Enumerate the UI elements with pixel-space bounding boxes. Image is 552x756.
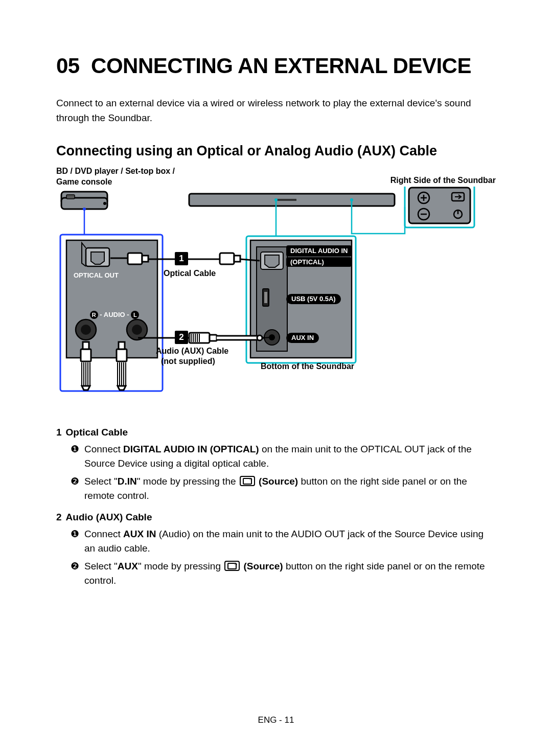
svg-rect-1 xyxy=(61,198,107,209)
svg-rect-36 xyxy=(220,253,234,264)
inst-1-step-1-text: Connect DIGITAL AUDIO IN (OPTICAL) on th… xyxy=(84,442,496,470)
chapter-title-text: CONNECTING AN EXTERNAL DEVICE xyxy=(91,54,471,78)
chapter-title: 05 CONNECTING AN EXTERNAL DEVICE xyxy=(56,54,496,78)
svg-rect-37 xyxy=(234,256,240,262)
inst-1-step-2: ❷ Select "D.IN" mode by pressing the (So… xyxy=(56,474,496,502)
svg-rect-5 xyxy=(276,199,296,201)
inst-1-step-1: ❶ Connect DIGITAL AUDIO IN (OPTICAL) on … xyxy=(56,442,496,470)
inst-2-num: 2 xyxy=(56,512,62,523)
label-aux-cable-2: (not supplied) xyxy=(161,356,215,367)
t: Select " xyxy=(84,476,118,487)
t-bold: AUX xyxy=(118,561,138,571)
bullet-2: ❷ xyxy=(71,474,79,502)
inst-1-step-2-text: Select "D.IN" mode by pressing the (Sour… xyxy=(84,474,496,502)
bullet-1: ❶ xyxy=(71,442,79,470)
inst-1-num: 1 xyxy=(56,427,62,438)
svg-point-20 xyxy=(81,325,91,335)
svg-rect-29 xyxy=(264,292,267,303)
connection-diagram: BD / DVD player / Set-top box / Game con… xyxy=(56,166,496,406)
svg-point-3 xyxy=(103,202,106,205)
chapter-intro: Connect to an external device via a wire… xyxy=(56,96,496,125)
svg-point-22 xyxy=(132,325,142,335)
label-audio-l: L xyxy=(131,311,139,319)
chapter-number: 05 xyxy=(56,54,80,78)
svg-point-24 xyxy=(83,208,86,211)
source-icon xyxy=(224,561,240,571)
diagram-svg xyxy=(56,187,496,406)
t: Connect xyxy=(84,529,123,539)
svg-rect-46 xyxy=(119,342,125,349)
inst-2-step-2-text: Select "AUX" mode by pressing (Source) b… xyxy=(84,559,496,587)
label-digital-in-2: (OPTICAL) xyxy=(286,257,352,267)
label-right-side: Right Side of the Soundbar xyxy=(390,175,496,186)
inst-1-title: Optical Cable xyxy=(66,427,128,438)
t-bold: AUX IN xyxy=(123,529,156,539)
t: Select " xyxy=(84,561,118,571)
label-usb: USB (5V 0.5A) xyxy=(286,294,341,304)
inst-2-step-2: ❷ Select "AUX" mode by pressing (Source)… xyxy=(56,559,496,587)
t-bold: (Source) xyxy=(241,561,283,571)
label-optical-out: OPTICAL OUT xyxy=(74,271,119,279)
t-bold: DIGITAL AUDIO IN (OPTICAL) xyxy=(123,444,259,454)
bullet-2: ❷ xyxy=(71,559,79,587)
svg-point-59 xyxy=(257,335,262,340)
label-aux-in: AUX IN xyxy=(286,333,319,343)
t: Connect xyxy=(84,444,123,454)
label-aux-cable-1: Audio (AUX) Cable xyxy=(156,346,228,357)
svg-point-16 xyxy=(350,198,353,201)
source-icon xyxy=(240,476,255,486)
svg-rect-45 xyxy=(117,349,127,361)
t-bold: D.IN xyxy=(118,476,137,487)
svg-rect-38 xyxy=(81,349,91,361)
t: " mode by pressing xyxy=(138,561,223,571)
svg-point-33 xyxy=(274,198,278,201)
t-bold: (Source) xyxy=(256,476,298,487)
callout-2: 2 xyxy=(175,331,188,344)
svg-rect-34 xyxy=(128,253,142,264)
inst-2-heading: 2 Audio (AUX) Cable xyxy=(56,512,496,523)
page-footer: ENG - 11 xyxy=(0,715,552,725)
instructions: 1 Optical Cable ❶ Connect DIGITAL AUDIO … xyxy=(56,427,496,587)
label-audio-r: R xyxy=(90,311,98,319)
inst-2-step-1: ❶ Connect AUX IN (Audio) on the main uni… xyxy=(56,527,496,555)
callout-1: 1 xyxy=(175,252,188,265)
svg-rect-58 xyxy=(210,335,217,341)
label-optical-cable: Optical Cable xyxy=(164,268,216,279)
inst-2-title: Audio (AUX) Cable xyxy=(66,512,152,523)
svg-rect-35 xyxy=(142,256,148,262)
label-audio-mid: - AUDIO - xyxy=(98,311,131,318)
label-source-device: BD / DVD player / Set-top box / Game con… xyxy=(56,166,189,188)
inst-2-step-1-text: Connect AUX IN (Audio) on the main unit … xyxy=(84,527,496,555)
svg-rect-2 xyxy=(66,195,75,199)
t: " mode by pressing the xyxy=(137,476,239,487)
inst-1-heading: 1 Optical Cable xyxy=(56,427,496,438)
svg-rect-39 xyxy=(83,342,89,349)
label-digital-in-1: DIGITAL AUDIO IN xyxy=(286,245,352,257)
section-title: Connecting using an Optical or Analog Au… xyxy=(56,143,496,159)
bullet-1: ❶ xyxy=(71,527,79,555)
label-bottom: Bottom of the Soundbar xyxy=(261,361,354,372)
